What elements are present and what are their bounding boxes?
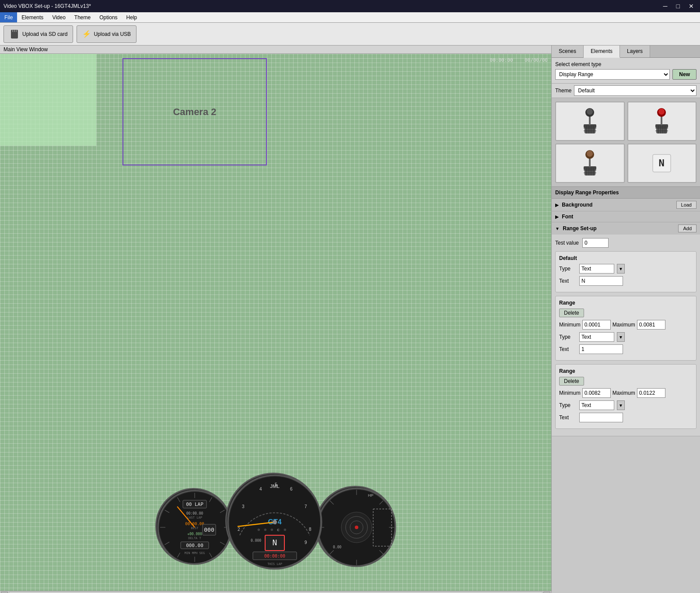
theme-select[interactable]: Default [574,85,696,96]
test-value-input[interactable] [582,238,609,248]
svg-point-56 [273,520,277,524]
maximize-button[interactable]: □ [674,2,682,11]
theme-row: Theme Default [552,84,700,98]
range1-max-input[interactable] [637,320,665,330]
svg-text:9: 9 [304,540,307,545]
tab-scenes[interactable]: Scenes [552,46,584,57]
default-type-input[interactable] [579,264,614,274]
svg-point-107 [587,151,593,157]
svg-text:HP: HP [368,493,374,498]
svg-text:3: 3 [242,504,245,509]
range2-text-row: Text [559,413,693,422]
svg-text:00:00.00: 00:00.00 [186,512,203,516]
panel-tabs: Scenes Elements Layers [552,46,700,58]
default-text-input[interactable] [579,276,623,286]
canvas-area: Main View Window Camera 2 00:00:00 00/00… [0,46,551,593]
range1-min-input[interactable] [582,320,611,330]
range1-type-row: Type ▼ [559,332,693,342]
horizontal-scrollbar[interactable]: ◀ ▶ [0,591,551,593]
thumbnail-grid: N [552,98,700,187]
element-type-label: Select element type [555,61,696,67]
menubar: File Elements Video Theme Options Help [0,12,700,23]
svg-text:6: 6 [290,487,293,491]
thumb-gear-black[interactable] [555,102,625,141]
tab-layers[interactable]: Layers [620,46,650,57]
scroll-track[interactable] [9,592,542,593]
range2-minmax-row: Minimum Maximum [559,388,693,398]
titlebar: Video VBOX Set-up - 16GT4JMLv13* ─ □ ✕ [0,0,700,12]
range2-text-label: Text [559,414,577,421]
menu-help[interactable]: Help [122,12,142,22]
range2-delete-button[interactable]: Delete [559,377,584,386]
upload-usb-button[interactable]: ⚡ Upload via USB [77,25,136,43]
scroll-right-button[interactable]: ▶ [543,592,550,593]
thumb-gear-brown[interactable] [555,144,625,183]
menu-file[interactable]: File [0,12,17,22]
hud-date: 00/00/00 [525,57,548,63]
title-text: Video VBOX Set-up - 16GT4JMLv13* [4,3,91,9]
camera2-label: Camera 2 [173,106,216,118]
new-element-button[interactable]: New [672,69,696,80]
svg-text:N: N [273,538,277,547]
default-type-arrow[interactable]: ▼ [617,264,625,274]
properties-title: Display Range Properties [552,187,700,199]
canvas-content[interactable]: Camera 2 00:00:00 00/00/00 [0,54,551,591]
font-collapse-icon: ▶ [555,214,559,219]
range1-box: Range Delete Minimum Maximum Type ▼ [555,296,696,361]
element-type-select[interactable]: Display Range [555,69,670,80]
range1-type-label: Type [559,334,577,340]
svg-text:⊕: ⊕ [270,528,273,532]
range-setup-header[interactable]: ▼ Range Set-up Add [552,222,700,235]
range1-delete-button[interactable]: Delete [559,309,584,317]
svg-text:⊕: ⊕ [284,528,287,532]
svg-text:0.00: 0.00 [333,545,341,549]
range1-type-input[interactable] [579,332,614,342]
range2-title: Range [559,368,693,374]
menu-theme[interactable]: Theme [70,12,95,22]
range-collapse-icon: ▼ [555,226,560,231]
range1-minmax-row: Minimum Maximum [559,320,693,330]
window-controls: ─ □ ✕ [661,2,696,11]
font-header[interactable]: ▶ Font [552,211,700,222]
range2-text-input[interactable] [579,413,623,422]
svg-point-96 [658,109,665,115]
hud-time: 00:00:00 [490,57,513,63]
range2-min-label: Minimum [559,390,581,396]
canvas-light-area [0,54,96,146]
range2-type-input[interactable] [579,400,614,410]
range2-max-input[interactable] [637,388,665,398]
background-collapse-icon: ▶ [555,203,559,207]
dashboard: 00 LAP 00:00.00 LAST LAP 00:00.00 BEST +… [0,460,551,569]
upload-sd-button[interactable]: Upload via SD card [4,25,73,43]
close-button[interactable]: ✕ [686,2,696,11]
menu-video[interactable]: Video [48,12,70,22]
thumb-gear-red[interactable] [627,102,697,141]
range2-box: Range Delete Minimum Maximum Type ▼ [555,364,696,429]
minimize-button[interactable]: ─ [661,2,670,11]
svg-text:◐: ◐ [277,528,280,532]
add-range-button[interactable]: Add [678,225,696,232]
usb-icon: ⚡ [82,30,91,38]
menu-options[interactable]: Options [95,12,122,22]
range1-title: Range [559,300,693,306]
menu-elements[interactable]: Elements [17,12,48,22]
sd-card-icon [9,29,20,39]
range1-text-input[interactable] [579,344,623,354]
thumb-gear-text[interactable]: N [627,144,697,183]
svg-text:THIS LAP: THIS LAP [267,562,282,566]
svg-text:LAST LAP: LAST LAP [187,516,202,519]
range2-min-input[interactable] [582,388,611,398]
tab-elements[interactable]: Elements [584,46,620,58]
scroll-left-button[interactable]: ◀ [1,592,8,593]
default-box: Default Type ▼ Text [555,251,696,292]
camera2-box[interactable]: Camera 2 [122,58,267,165]
svg-text:8: 8 [309,527,312,532]
range1-type-arrow[interactable]: ▼ [617,332,625,342]
default-title: Default [559,255,693,261]
right-panel: Scenes Elements Layers Select element ty… [551,46,700,593]
background-header[interactable]: ▶ Background Load [552,199,700,211]
default-type-label: Type [559,266,577,272]
load-background-button[interactable]: Load [676,201,696,209]
range2-type-arrow[interactable]: ▼ [617,400,625,410]
svg-text:00:00.00: 00:00.00 [185,522,204,526]
